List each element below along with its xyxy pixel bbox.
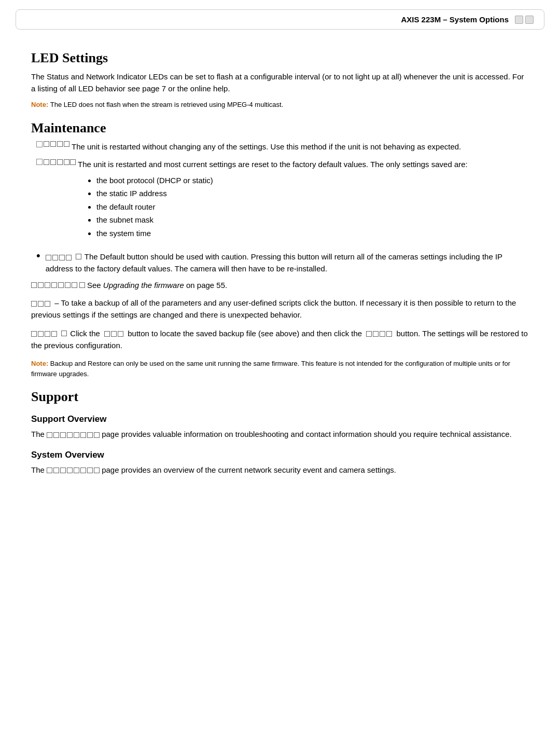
restart-text: The unit is restarted without changing a… [72,141,529,153]
fw-sq3 [45,282,50,288]
title-bar: AXIS 223M – System Options [16,9,544,30]
checkbox-2[interactable] [36,159,43,165]
default-body: The Default button should be used with c… [46,252,502,273]
boxes-row-2 [44,159,69,165]
so-sq8 [94,432,100,438]
sys-sq5 [74,468,79,473]
so-sq4 [67,432,73,438]
so-sq3 [60,432,66,438]
fw-sq7 [72,282,77,288]
title-bar-text: AXIS 223M – System Options [21,15,515,24]
rs-sq2 [38,331,44,337]
system-boxes-1 [47,468,100,473]
sq4 [64,141,69,147]
sys-sq3 [60,468,66,473]
maintenance-item-restart: The unit is restarted without changing a… [36,141,529,153]
note-label: Note: [31,101,50,108]
maintenance-list: The unit is restarted without changing a… [31,141,529,275]
sq8 [64,159,69,165]
support-section: Support Support Overview The page provid… [31,389,529,476]
restore-boxes-1 [31,331,57,337]
maximize-button[interactable] [525,16,534,24]
rs-sq5 [104,331,110,337]
rs-sq11 [386,331,392,337]
sq2 [50,141,56,147]
main-content: LED Settings The Status and Network Indi… [0,35,560,497]
support-overview-text: The page provides valuable information o… [31,429,529,441]
boxes-row-1 [44,141,69,147]
rs-sq10 [380,331,385,337]
sq6 [50,159,56,165]
led-settings-body: The Status and Network Indicator LEDs ca… [31,71,529,94]
so-sq6 [80,432,86,438]
fw-sq2 [38,282,44,288]
factory-content: The unit is restarted and most current s… [78,159,529,245]
sq5 [44,159,49,165]
sq12 [66,255,72,260]
firmware-line: See Upgrading the firmware on page 55. [31,281,529,290]
firmware-text: See Upgrading the firmware on page 55. [87,281,227,290]
restore-boxes-3 [366,331,392,337]
sq3 [57,141,63,147]
bullet-dot-default: • [36,250,40,262]
bk-sq2 [38,301,44,307]
checkbox-group-1 [36,141,69,147]
sq-e [70,159,76,165]
sq11 [59,255,65,260]
restore-line: Click the button to locate the saved bac… [31,327,529,352]
minimize-button[interactable] [515,16,523,24]
default-content: The Default button should be used with c… [46,251,529,274]
system-overview-title: System Overview [31,450,529,460]
restore-click: Click the [70,329,100,338]
fw-sq1 [31,282,37,288]
backup-line: – To take a backup of all of the paramet… [31,297,529,321]
sq9 [46,255,51,260]
support-boxes-1 [47,432,100,438]
led-settings-title: LED Settings [31,50,529,66]
sys-sq7 [87,468,93,473]
checkbox-1[interactable] [36,141,43,147]
bullet-default-router: the default router [96,200,529,214]
fw-sq6 [65,282,71,288]
maintenance-item-default: • The Default button should be used with… [36,251,529,274]
rs-sq4 [51,331,57,337]
fw-sq4 [51,282,57,288]
fw-sq-e [79,282,85,288]
support-title: Support [31,389,529,405]
sq7 [57,159,63,165]
sq-dash [76,254,81,259]
bullet-subnet-mask: the subnet mask [96,213,529,227]
maintenance-note2: Note: Backup and Restore can only be use… [31,359,529,379]
restore-boxes-2 [104,331,123,337]
factory-body: The unit is restarted and most current s… [78,160,468,169]
bullet-system-time: the system time [96,227,529,240]
sys-sq1 [47,468,52,473]
boxes-row-3 [46,255,72,260]
maintenance-title: Maintenance [31,120,529,136]
restart-body: The unit is restarted without changing a… [72,142,461,151]
note2-label: Note: [31,360,50,367]
rs-sq8 [366,331,372,337]
note-body: The LED does not flash when the stream i… [50,101,283,108]
bullet-static-ip: the static IP address [96,187,529,200]
support-overview-title: Support Overview [31,414,529,424]
rs-sq9 [373,331,379,337]
rs-sq1 [31,331,37,337]
sys-sq8 [94,468,100,473]
led-settings-note: Note: The LED does not flash when the st… [31,100,529,110]
fw-sq5 [58,282,64,288]
firmware-link[interactable]: Upgrading the firmware [103,281,184,290]
sq10 [52,255,58,260]
page-container: AXIS 223M – System Options LED Settings … [0,9,560,742]
sys-sq6 [80,468,86,473]
system-overview-text: The page provides an overview of the cur… [31,464,529,476]
note2-body: Backup and Restore can only be used on t… [31,360,510,378]
bk-sq3 [45,301,50,307]
checkbox-group-2 [36,159,76,165]
restore-text-mid: button to locate the saved backup file (… [128,329,362,338]
maintenance-item-factory: The unit is restarted and most current s… [36,159,529,245]
so-sq1 [47,432,52,438]
so-sq2 [53,432,59,438]
bk-sq1 [31,301,37,307]
rs-sq3 [45,331,50,337]
